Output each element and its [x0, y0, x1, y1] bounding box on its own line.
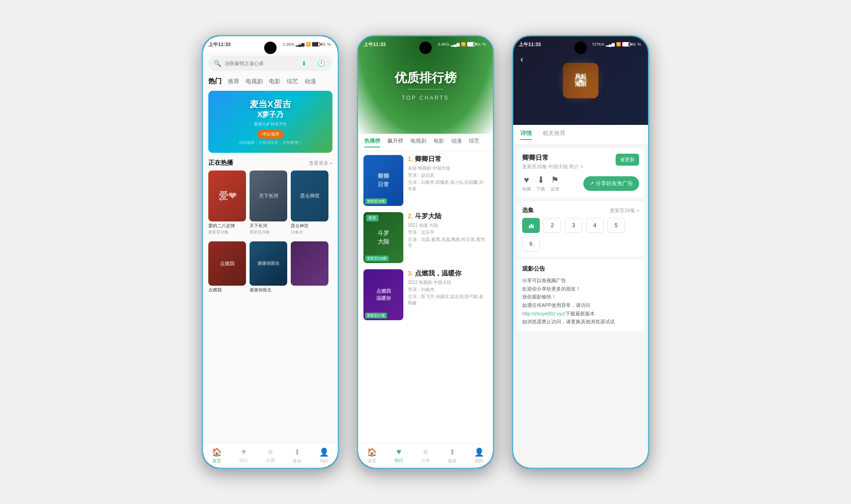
nav2-item-home[interactable]: 🏠 首页 — [367, 447, 377, 464]
charts-tabs: 热播榜 飙升榜 电视剧 电影 动漫 综艺 — [358, 134, 493, 151]
tab-variety[interactable]: 综艺 — [287, 77, 298, 86]
ep-btn-2[interactable]: 2 — [543, 218, 561, 233]
banner-title-1: 麦当X蛋吉 — [250, 98, 291, 110]
status-time-1: 上午11:33 — [208, 41, 230, 48]
hot-thumb2-text-1: 点燃我 — [220, 260, 234, 267]
nav-item-explore-1[interactable]: ⬆ 遨游 — [293, 447, 301, 464]
nav2-item-explore[interactable]: ⬆ 遨游 — [448, 447, 457, 464]
charts-tab-movie[interactable]: 电影 — [433, 137, 444, 147]
search-bar-1[interactable]: 🔍 ⬇ 🕐 — [208, 56, 332, 71]
charts-deco — [408, 89, 443, 89]
chart-item-3[interactable]: 点燃我温暖你 更新至27集 3. 点燃我，温暖你 2022 电视剧 中国大陆 导… — [363, 269, 488, 320]
signal-text-2: 0.4K/s — [438, 42, 449, 47]
tab-hot[interactable]: 热门 — [208, 76, 222, 86]
feedback-icon: ⚑ — [551, 174, 559, 185]
hot-item2-2[interactable]: 谢谢你医生 谢谢你医生 — [250, 241, 287, 293]
charts-tab-anime[interactable]: 动漫 — [451, 137, 462, 147]
nav2-me-label: 我的 — [475, 458, 484, 464]
bottom-nav-2: 🏠 首页 ♥ 排行 ≡ 分类 ⬆ 遨游 👤 我的 — [358, 443, 493, 468]
phone-1-screen: 上午11:33 1.1K/s ▂▄▆ 🛜 91% 🔍 ⬇ 🕐 热门 推荐 电视剧… — [203, 36, 338, 468]
signal-text-3: 727K/s — [592, 42, 605, 47]
chart-meta-2: 2021 动漫 大陆 — [408, 222, 488, 229]
battery-icon-1 — [312, 42, 320, 47]
rank-icon-1: ♥ — [242, 447, 246, 457]
charts-tab-tv[interactable]: 电视剧 — [410, 137, 426, 147]
phone-2: 上午11:33 0.4K/s ▂▄▆ 🛜 91% 优质排行榜 TOP CHART… — [357, 35, 494, 469]
notice-text: 分享可以免视频广告 欢迎你分享给更多的朋友！ 祝你观影愉快！ 如遇任何APP使用… — [522, 276, 639, 326]
chart-rank-3: 3. 点燃我，温暖你 — [408, 269, 488, 278]
ep-btn-5[interactable]: 5 — [607, 218, 625, 233]
tab-anime[interactable]: 动漫 — [304, 77, 316, 86]
nav2-item-rank[interactable]: ♥ 排行 — [394, 447, 403, 464]
notice-title: 观影公告 — [522, 265, 639, 273]
hot-item-ep-2: 更新至29集 — [250, 229, 287, 235]
ep-btn-6[interactable]: 6 — [522, 236, 540, 252]
history-icon-1[interactable]: 🕐 — [315, 57, 327, 70]
signal-bars-3: ▂▄▆ — [606, 42, 615, 47]
share-ad-btn[interactable]: ↗ 分享好友免广告 — [583, 176, 639, 191]
tab-tv[interactable]: 电视剧 — [246, 77, 263, 86]
logo-text: 风起洛阳 — [575, 73, 586, 88]
status-time-2: 上午11:33 — [363, 41, 386, 48]
chart-thumb-2: 更新 斗罗大陆 更新至236集 — [363, 212, 403, 263]
detail-tab-related[interactable]: 相关推荐 — [543, 129, 566, 140]
battery-icon-3 — [622, 42, 630, 47]
chart-item-1[interactable]: 卿卿日常 更新至26集 1. 卿卿日常 未知 电视剧 中国大陆 导演：赵启辰 主… — [363, 155, 488, 206]
update-btn[interactable]: 催更新 — [616, 154, 639, 166]
episodes-header: 选集 更新至26集 > — [522, 206, 639, 214]
hot-thumb2-3 — [291, 241, 328, 286]
chart-info-2: 2. 斗罗大陆 2021 动漫 大陆 导演：沈乐平 主演：沈磊,翟晨,吴磊,陶典… — [408, 212, 488, 249]
hot-item2-3[interactable] — [291, 241, 328, 293]
episodes-more[interactable]: 更新至26集 > — [610, 207, 639, 214]
action-feedback[interactable]: ⚑ 反馈 — [550, 174, 559, 192]
charts-tab-hot[interactable]: 热播榜 — [364, 137, 380, 147]
nav-item-cat-1[interactable]: ≡ 分类 — [266, 447, 275, 464]
ep-btn-1[interactable] — [522, 218, 540, 233]
chart-ep-badge-3: 更新至27集 — [365, 313, 387, 318]
nav2-item-cat[interactable]: ≡ 分类 — [421, 447, 430, 464]
search-input-1[interactable] — [225, 61, 294, 66]
hot-item-2[interactable]: 天下长河 天下长河 更新至29集 — [250, 171, 287, 235]
banner-1[interactable]: 麦当X蛋吉 X萝子乃 爱他几岁 快乐万分 冲出地球 冲出地球：只有冲出去，才有希… — [208, 91, 332, 153]
hot-thumb-1: 爱❤ — [208, 171, 246, 221]
download-icon-1[interactable]: ⬇ — [298, 57, 310, 70]
me-label-1: 我的 — [320, 458, 328, 464]
hot-list-2: 点燃我 点燃我 谢谢你医生 谢谢你医生 — [203, 240, 338, 295]
hot-section-header: 正在热播 查看更多 » — [203, 155, 338, 169]
phone-1: 上午11:33 1.1K/s ▂▄▆ 🛜 91% 🔍 ⬇ 🕐 热门 推荐 电视剧… — [202, 35, 339, 469]
wifi-icon-3: 🛜 — [616, 42, 621, 47]
banner-cta-1[interactable]: 冲出地球 — [257, 130, 284, 139]
ep-btn-4[interactable]: 4 — [586, 218, 604, 233]
charts-tab-variety[interactable]: 综艺 — [469, 137, 480, 147]
action-collect[interactable]: ♥ 收藏 — [522, 175, 531, 192]
status-icons-2: 0.4K/s ▂▄▆ 🛜 91% — [438, 42, 486, 47]
nav-item-me-1[interactable]: 👤 我的 — [319, 447, 329, 464]
wifi-icon-1: 🛜 — [306, 42, 311, 47]
nav2-item-me[interactable]: 👤 我的 — [474, 447, 484, 464]
notice-line-6: 如浏览器禁止访问，请更换其他浏览器试试 — [522, 318, 639, 326]
tab-movie[interactable]: 电影 — [269, 77, 281, 86]
tab-recommend[interactable]: 推荐 — [228, 77, 239, 86]
hot-item-title-1: 爱的二八定律 — [208, 223, 246, 229]
phone-3: 上午11:33 727K/s ▂▄▆ 🛜 91% ‹ 风起洛阳 — [512, 35, 649, 469]
notice-link[interactable]: http://zhuye002.xyz/ — [522, 311, 566, 316]
chart-ep-badge-1: 更新至26集 — [365, 198, 387, 204]
phone-3-status-bar: 上午11:33 727K/s ▂▄▆ 🛜 91% — [513, 36, 648, 52]
detail-tab-info[interactable]: 详情 — [520, 129, 532, 140]
hot-item-ep-1: 更新至18集 — [208, 229, 246, 235]
chart-item-2[interactable]: 更新 斗罗大陆 更新至236集 2. 斗罗大陆 2021 动漫 大陆 导演：沈乐… — [363, 212, 488, 263]
hot-item2-1[interactable]: 点燃我 点燃我 — [208, 241, 246, 293]
hot-section-more[interactable]: 查看更多 » — [309, 160, 332, 167]
ep-btn-3[interactable]: 3 — [565, 218, 582, 233]
hot-item-3[interactable]: 昆仑神宫 昆仑神宫 16集全 — [291, 171, 328, 235]
hot-list-1: 爱❤ 爱的二八定律 更新至18集 天下长河 天下长河 更新至29集 昆仑神宫 昆… — [203, 169, 338, 237]
charts-tab-rise[interactable]: 飙升榜 — [387, 137, 403, 147]
hot-item-1[interactable]: 爱❤ 爱的二八定律 更新至18集 — [208, 171, 246, 235]
nav-item-rank-1[interactable]: ♥ 排行 — [239, 447, 248, 464]
share-label: 分享好友免广告 — [596, 180, 633, 187]
chart-thumb-text-2: 斗罗大陆 — [378, 229, 389, 245]
nav-item-home-1[interactable]: 🏠 首页 — [212, 447, 222, 464]
back-button[interactable]: ‹ — [520, 54, 523, 64]
ep-bar-2 — [531, 224, 532, 228]
action-download[interactable]: ⬇ 下载 — [536, 174, 545, 192]
